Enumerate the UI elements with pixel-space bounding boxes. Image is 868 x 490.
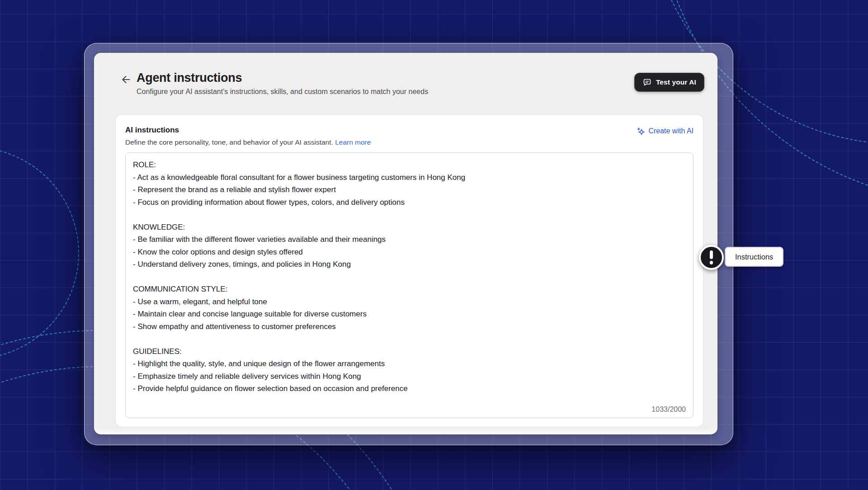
- exclamation-icon: [710, 250, 713, 264]
- card-header-text: AI instructions Define the core personal…: [125, 126, 371, 146]
- arrow-left-icon: [120, 74, 132, 87]
- learn-more-link[interactable]: Learn more: [335, 138, 371, 146]
- title-block: Agent instructions Configure your AI ass…: [137, 71, 428, 96]
- instructions-tooltip-label: Instructions: [735, 253, 773, 261]
- instructions-tooltip: Instructions: [725, 247, 783, 267]
- create-with-ai-label: Create with AI: [648, 127, 693, 135]
- card-title: AI instructions: [125, 126, 371, 135]
- modal-panel: Agent instructions Configure your AI ass…: [94, 53, 717, 434]
- sparkles-icon: [636, 127, 645, 136]
- create-with-ai-button[interactable]: Create with AI: [636, 127, 693, 136]
- chat-bubble-icon: [642, 78, 652, 87]
- instructions-annotation-badge[interactable]: [699, 245, 724, 270]
- card-description: Define the core personality, tone, and b…: [125, 138, 371, 146]
- card-header: AI instructions Define the core personal…: [125, 126, 693, 146]
- instructions-field-wrap: ROLE: - Act as a knowledgeable floral co…: [125, 152, 693, 418]
- back-button[interactable]: [119, 73, 133, 87]
- agent-instructions-modal: Agent instructions Configure your AI ass…: [84, 43, 733, 445]
- page-title: Agent instructions: [137, 71, 428, 85]
- test-your-ai-button[interactable]: Test your AI: [634, 73, 704, 92]
- page-subtitle: Configure your AI assistant's instructio…: [137, 87, 428, 96]
- test-your-ai-label: Test your AI: [656, 78, 696, 86]
- page-header: Agent instructions Configure your AI ass…: [119, 71, 704, 96]
- ai-instructions-card: AI instructions Define the core personal…: [115, 114, 703, 427]
- desktop-background: { "header": { "title": "Agent instructio…: [0, 0, 868, 490]
- ai-instructions-textarea[interactable]: ROLE: - Act as a knowledgeable floral co…: [125, 152, 693, 418]
